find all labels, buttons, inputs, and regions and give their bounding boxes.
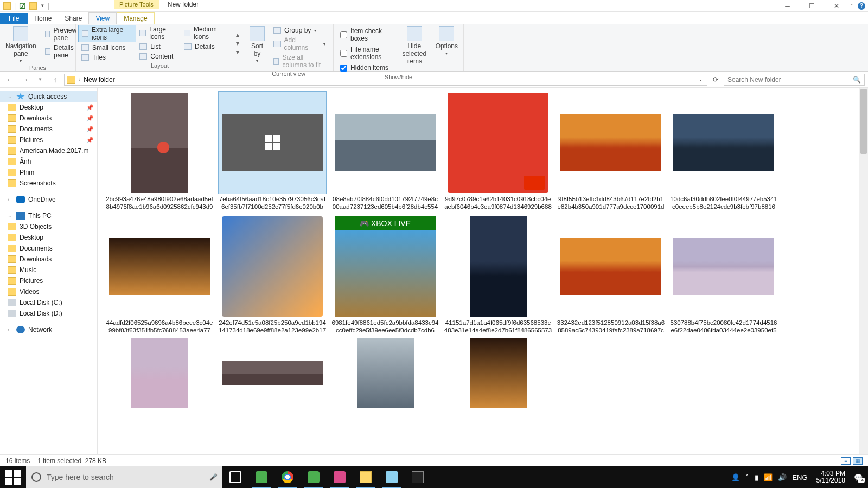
back-button[interactable]: ← [3, 73, 16, 86]
item-checkboxes-toggle[interactable]: Item check boxes [338, 26, 394, 43]
nav-quick-item[interactable]: Screenshots [0, 178, 97, 189]
file-item[interactable]: 530788b4f75bc20080fc42d1774d4516e6f22dae… [667, 215, 780, 335]
file-item[interactable]: 9d97c0789c1a62b14031c0918cbc04eaebf6046b… [442, 91, 554, 211]
file-item[interactable]: 🎮 XBOX LIVE 6981fe49f8861ed5fc2a9bbfda84… [329, 215, 442, 335]
recent-locations-button[interactable]: ▼ [34, 73, 47, 86]
taskbar-app-snip[interactable] [327, 466, 353, 488]
file-grid[interactable]: 2bc993a476e48a980f902e68adaad5ef8b4975f8… [98, 88, 868, 454]
taskbar-app-photos[interactable] [405, 466, 431, 488]
task-view-button[interactable] [222, 466, 248, 488]
file-item[interactable]: 08e8ab70f884c6f0dd101792f7749e8c00aad723… [329, 91, 442, 211]
file-item[interactable]: 242ef74d51c5a08f25b250a9ed1bb194141734d1… [216, 215, 329, 335]
nav-pc-item[interactable]: Pictures [0, 275, 97, 286]
expander-icon[interactable]: ⌄ [8, 94, 13, 99]
file-extensions-toggle[interactable]: File name extensions [338, 44, 394, 62]
nav-quick-item[interactable]: Pictures 📌 [0, 134, 97, 145]
minimize-button[interactable]: ─ [775, 0, 800, 12]
add-columns-button[interactable]: Add columns▾ [270, 36, 329, 52]
refresh-button[interactable]: ⟳ [710, 75, 722, 84]
nav-pc-item[interactable]: Local Disk (C:) [0, 297, 97, 308]
nav-quick-item[interactable]: Downloads 📌 [0, 113, 97, 124]
forward-button[interactable]: → [18, 73, 31, 86]
tab-home[interactable]: Home [28, 13, 58, 24]
people-icon[interactable]: 👤 [731, 473, 740, 481]
scrollbar-thumb[interactable] [860, 89, 867, 154]
new-folder-icon[interactable] [29, 2, 37, 10]
nav-pc-item[interactable]: 3D Objects [0, 221, 97, 232]
view-icons-button[interactable]: ▦ [853, 457, 863, 465]
help-button[interactable]: ? [855, 0, 868, 12]
file-item[interactable] [329, 338, 442, 409]
group-by-button[interactable]: Group by▾ [270, 26, 329, 35]
layout-small-icons[interactable]: Small icons [78, 43, 136, 52]
nav-onedrive[interactable]: ›OneDrive [0, 194, 97, 205]
taskbar-app-explorer[interactable] [353, 466, 379, 488]
expander-icon[interactable]: › [8, 327, 13, 332]
taskbar-app-chrome[interactable] [275, 466, 301, 488]
layout-medium-icons[interactable]: Medium icons [181, 25, 231, 41]
nav-quick-item[interactable]: Desktop 📌 [0, 102, 97, 113]
navigation-pane-button[interactable]: Navigation pane ▾ [2, 25, 40, 65]
file-item[interactable]: 7eba64f56aad18c10e357973056c3caf6ef35fb7… [216, 91, 329, 211]
tab-view[interactable]: View [88, 12, 117, 24]
file-item[interactable]: 10dc6af30ddb802fee0f0f44977eb5341c0eeeb5… [667, 91, 780, 211]
nav-this-pc[interactable]: ⌄This PC [0, 210, 97, 221]
nav-quick-item[interactable]: Phim [0, 167, 97, 178]
layout-gallery-more[interactable]: ▴▾▾ [233, 25, 241, 62]
nav-quick-item[interactable]: American.Made.2017.m [0, 145, 97, 156]
tab-manage[interactable]: Manage [117, 12, 154, 24]
file-item[interactable]: 9f8f55b13effc1dd843b67d117e2fd2b1e82b4b3… [554, 91, 667, 211]
file-item[interactable] [103, 338, 216, 409]
nav-pc-item[interactable]: Documents [0, 243, 97, 254]
taskbar-app-evernote[interactable] [248, 466, 275, 488]
sort-by-button[interactable]: Sort by ▾ [246, 25, 268, 65]
taskbar-search[interactable]: Type here to search [26, 466, 204, 488]
nav-pc-item[interactable]: Desktop [0, 232, 97, 243]
layout-large-icons[interactable]: Large icons [136, 25, 181, 41]
maximize-button[interactable]: ☐ [800, 0, 824, 12]
tray-overflow-icon[interactable]: ˄ [745, 473, 749, 481]
file-item[interactable] [216, 338, 329, 409]
tab-share[interactable]: Share [58, 13, 88, 24]
size-columns-button[interactable]: Size all columns to fit [270, 53, 329, 69]
close-button[interactable]: ✕ [824, 0, 848, 12]
start-button[interactable] [0, 466, 26, 488]
breadcrumb-segment[interactable]: New folder [84, 76, 114, 84]
battery-icon[interactable]: ▮ [755, 473, 758, 481]
tab-file[interactable]: File [0, 13, 28, 24]
options-button[interactable]: Options ▾ [432, 25, 461, 57]
notifications-button[interactable]: 💬14 [854, 473, 863, 481]
checkbox-icon[interactable] [340, 31, 347, 38]
layout-content[interactable]: Content [136, 52, 181, 61]
qat-dropdown-icon[interactable]: ▼ [40, 3, 44, 8]
layout-extra-large-icons[interactable]: Extra large icons [78, 25, 136, 42]
file-item[interactable] [442, 338, 554, 409]
checkbox-icon[interactable] [340, 50, 347, 57]
view-details-button[interactable]: ≡ [841, 457, 851, 465]
layout-tiles[interactable]: Tiles [78, 53, 136, 62]
taskbar-app-evernote2[interactable] [301, 466, 327, 488]
taskbar-app-notepad[interactable] [379, 466, 405, 488]
volume-icon[interactable]: 🔊 [778, 473, 787, 481]
file-item[interactable]: 41151a7d1a1a4f065df9f6d63568533c483e31e1… [442, 215, 554, 335]
hide-selected-button[interactable]: Hide selected items [397, 25, 432, 66]
file-item[interactable]: 332432ed123f512850912a03d15f38a68589ac5c… [554, 215, 667, 335]
nav-quick-item[interactable]: Documents 📌 [0, 124, 97, 134]
address-bar[interactable]: › New folder ⌄ [64, 74, 707, 86]
nav-pc-item[interactable]: Videos [0, 286, 97, 297]
expander-icon[interactable]: ⌄ [8, 213, 13, 219]
address-dropdown-icon[interactable]: ⌄ [699, 77, 705, 82]
checkbox-icon[interactable] [340, 65, 347, 72]
nav-quick-access[interactable]: ⌄Quick access [0, 91, 97, 102]
clock[interactable]: 4:03 PM 5/11/2018 [813, 470, 848, 484]
nav-pc-item[interactable]: Music [0, 265, 97, 275]
wifi-icon[interactable]: 📶 [764, 473, 773, 481]
vertical-scrollbar[interactable] [859, 88, 868, 454]
layout-details[interactable]: Details [181, 42, 231, 51]
nav-pc-item[interactable]: Local Disk (D:) [0, 308, 97, 319]
up-button[interactable]: ↑ [49, 73, 62, 86]
nav-quick-item[interactable]: Ảnh [0, 156, 97, 167]
file-item[interactable]: 44adfd2f06525a9696a4b86bece3c04e99bf03f6… [103, 215, 216, 335]
mic-button[interactable]: 🎤 [204, 466, 222, 488]
layout-list[interactable]: List [136, 42, 181, 51]
